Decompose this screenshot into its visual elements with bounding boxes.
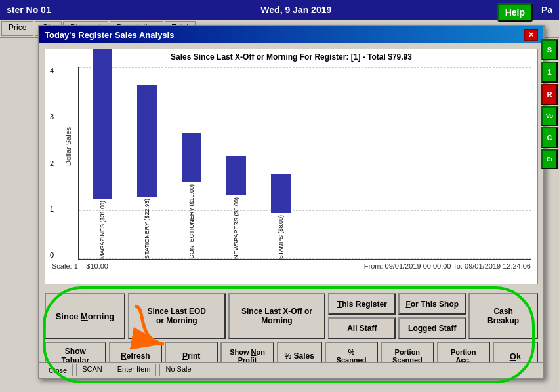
toolbar-price: Price [1,21,33,36]
no-sale-label: No Sale [159,364,197,376]
chart-scale: Scale: 1 = $10.00 [52,262,108,270]
register-number: ster No 01 [7,5,51,15]
side-btn-1[interactable]: 1 [541,62,558,83]
status-bar: Close SCAN Enter Item No Sale [39,362,543,378]
side-btn-s[interactable]: S [541,39,558,60]
enter-item-label: Enter Item [112,364,157,376]
side-btn-r[interactable]: R [541,84,558,105]
pos-header: ster No 01 Wed, 9 Jan 2019 Help Pa [0,0,559,20]
for-this-shop-button[interactable]: For This Shop [398,293,466,315]
chart-container: Sales Since Last X-Off or Morning For Re… [45,49,538,284]
dialog-title: Today's Register Sales Analysis [45,30,174,40]
close-button[interactable]: Close [43,364,73,376]
dialog-overlay: Today's Register Sales Analysis ✕ Sales … [38,25,545,379]
since-last-xoff-button[interactable]: Since Last X-Off orMorning [228,293,326,339]
chart-date-range: From: 09/01/2019 00:00:00 To: 09/01/2019… [364,262,531,270]
this-register-button[interactable]: This Register [328,293,396,315]
pay-label: Pa [541,5,552,15]
side-btn-c[interactable]: C [541,127,558,148]
help-button[interactable]: Help [497,3,533,22]
bar-magazines: MAGAZINES ($31.00) [83,49,122,259]
btn-row-1: Since Morning Since Last EODor Morning S… [45,293,538,339]
since-last-eod-button[interactable]: Since Last EODor Morning [128,293,226,339]
bar-stationery: STATIONERY ($22.93) [127,85,167,259]
side-btn-vo[interactable]: Vo [541,106,558,126]
pos-background: ster No 01 Wed, 9 Jan 2019 Help Pa Price… [0,0,559,392]
chart-inner: 4 3 2 1 0 [78,67,531,260]
bar-newspapers: NEWSPAPERS ($8.00) [217,156,256,259]
right-side-panel: S 1 R Vo C Ci [540,38,559,170]
dialog-titlebar: Today's Register Sales Analysis ✕ [39,26,543,43]
dialog-close-button[interactable]: ✕ [524,29,538,41]
logged-staff-button[interactable]: Logged Staff [398,317,466,339]
chart-footer: Scale: 1 = $10.00 From: 09/01/2019 00:00… [45,260,537,272]
chart-area: Dollar Sales 4 3 2 1 0 [45,64,537,260]
y-tick-labels: 4 3 2 1 0 [50,67,54,259]
bar-confectionery: CONFECTIONERY ($10.00) [172,133,211,259]
since-morning-button[interactable]: Since Morning [45,293,125,339]
date-display: Wed, 9 Jan 2019 [260,5,331,15]
all-staff-button[interactable]: All Staff [328,317,396,339]
y-axis-label: Dollar Sales [64,127,72,166]
cash-breakup-button[interactable]: CashBreakup [468,293,538,339]
scan-label: SCAN [76,364,108,376]
side-btn-ci[interactable]: Ci [541,149,558,169]
bar-stamps: STAMPS ($8.00) [261,174,300,259]
